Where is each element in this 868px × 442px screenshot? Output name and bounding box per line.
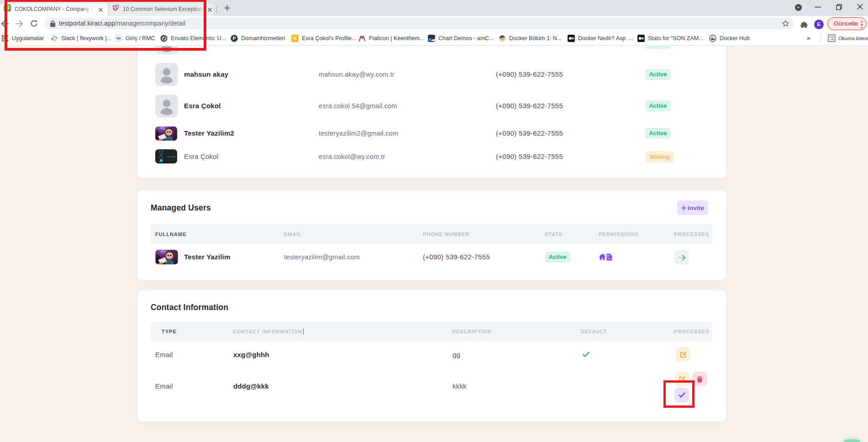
reading-list-button[interactable]: Okuma listesi: [828, 31, 868, 45]
bookmarks-divider: [821, 33, 821, 43]
default-check-icon: [583, 352, 589, 357]
bookmark-flaticon[interactable]: Flaticon | Keenthem...: [358, 31, 424, 45]
avatar-photo-kid: [155, 250, 178, 264]
bookmark-star-icon[interactable]: [782, 20, 789, 27]
permission-contract-icon[interactable]: [606, 253, 612, 261]
bookmark-esra-cokol-profile[interactable]: K Esra Çokol's Profile...: [291, 31, 356, 45]
annotation-rectangle-addressbar: [5, 0, 206, 51]
contacts-table-header: TYPE CONTACT INFORMATİON DESCRİPTİON DEF…: [151, 322, 712, 341]
edit-contact-button[interactable]: [676, 347, 690, 362]
user-phone: (+090) 539-622-7555: [496, 102, 563, 110]
column-header-processes[interactable]: PROCESSES: [674, 322, 709, 341]
contact-description: gg: [452, 351, 460, 358]
bookmark-domainhizmetleri[interactable]: P Domainhizmetleri: [231, 31, 285, 45]
avatar-placeholder: [155, 95, 178, 117]
user-phone: (+090) 539-622-7555: [496, 70, 563, 78]
docker-hub-icon: [709, 35, 716, 42]
column-header-default[interactable]: DEFAULT: [581, 322, 607, 341]
column-header-state[interactable]: STATE: [545, 224, 563, 244]
amcharts-icon: [428, 35, 435, 42]
bookmark-label: Docker Nedir? Asp ....: [578, 35, 634, 42]
managed-users-card: Managed Users Invite FULLNAME EMAİL PHON…: [137, 190, 726, 280]
user-name: Esra Çokol: [184, 102, 221, 110]
bookmark-docker-hub[interactable]: Docker Hub: [709, 31, 750, 45]
user-name: mahsun akay: [184, 70, 228, 78]
tab-separator: [216, 6, 217, 13]
k-square-icon: K: [291, 35, 299, 42]
bookmark-label: Stats for “SON ZAM...: [648, 35, 704, 42]
bookmarks-overflow-chevron[interactable]: »: [807, 31, 810, 45]
state-badge: Active: [645, 69, 671, 80]
svg-text:K: K: [293, 36, 297, 41]
medium-logo-icon: [637, 35, 645, 42]
p-circle-icon: P: [231, 35, 238, 42]
permission-home-icon[interactable]: [599, 253, 606, 260]
column-header-label: CONTACT INFORMATİON: [233, 329, 302, 334]
bookmark-label: Chart Demos - amC...: [438, 35, 494, 42]
user-phone: (+090) 539-622-7555: [423, 253, 490, 261]
company-users-card: Active mahsun akay mahsun.akay@wy.com.tr…: [137, 46, 726, 178]
bookmark-stats-sonzam[interactable]: Stats for “SON ZAM...: [637, 31, 704, 45]
extensions-puzzle-icon[interactable]: [800, 21, 808, 29]
column-header-contact-information[interactable]: CONTACT INFORMATİON: [233, 322, 304, 341]
bookmark-label: Flaticon | Keenthem...: [369, 35, 424, 42]
invite-label: Invite: [688, 205, 704, 211]
contact-value: xxg@ghhh: [233, 351, 269, 358]
managed-users-title: Managed Users: [151, 203, 211, 213]
managed-table-header: FULLNAME EMAİL PHONE NUMBER STATE PERMİS…: [151, 224, 712, 244]
user-phone: (+090) 539-622-7555: [496, 129, 563, 137]
user-email: mahsun.akay@wy.com.tr: [319, 71, 395, 78]
column-header-email[interactable]: EMAİL: [284, 224, 302, 244]
metronic-m-icon: [358, 35, 366, 42]
contact-type: Email: [155, 351, 173, 358]
state-badge: Active: [645, 128, 671, 139]
bookmark-label: Docker Hub: [720, 35, 750, 42]
reading-list-label: Okuma listesi: [838, 36, 868, 41]
column-header-permissions[interactable]: PERMİSSİONS: [599, 224, 638, 244]
medium-logo-icon: [568, 35, 575, 42]
column-header-type[interactable]: TYPE: [162, 322, 177, 341]
update-chip[interactable]: Güncelle: [827, 17, 867, 30]
user-name: Tester Yazilim2: [184, 129, 234, 137]
window-close-button[interactable]: [857, 4, 863, 10]
state-badge: Waiting: [645, 151, 674, 163]
avatar-photo-kid: [155, 126, 177, 141]
column-header-phone[interactable]: PHONE NUMBER: [423, 224, 469, 244]
bookmark-docker-nedir[interactable]: Docker Nedir? Asp ....: [568, 31, 634, 45]
contact-description: kkkk: [452, 382, 467, 390]
annotation-rectangle-confirm-button: [663, 380, 694, 408]
user-email: testeryazilim@gmail.com: [284, 253, 360, 261]
contact-value: dddg@kkk: [233, 382, 269, 390]
svg-text:THE TİME İS NOW: THE TİME İS NOW: [167, 156, 177, 158]
text-caret: [303, 328, 304, 335]
svg-text:P: P: [232, 35, 236, 41]
bookmark-chart-demos[interactable]: Chart Demos - amC...: [428, 31, 494, 45]
new-tab-button[interactable]: [221, 4, 233, 12]
avatar-placeholder: [155, 63, 178, 86]
avatar-photo-hourglass: THE TİME İS NOW: [155, 149, 177, 163]
column-header-description[interactable]: DESCRİPTİON: [452, 322, 491, 341]
bookmark-label: Esra Çokol's Profile...: [302, 35, 356, 42]
scroll-top-fab[interactable]: [843, 439, 861, 442]
bookmark-docker-bolum[interactable]: Docker Bölüm 1: N...: [499, 31, 562, 45]
update-label[interactable]: Güncelle: [834, 18, 858, 29]
column-header-fullname[interactable]: FULLNAME: [155, 224, 187, 244]
user-phone: (+090) 539-622-7555: [496, 153, 563, 160]
reading-list-icon: [828, 34, 836, 42]
go-to-user-button[interactable]: [674, 250, 689, 265]
bookmark-label: Domainhizmetleri: [241, 35, 285, 42]
user-email: esra.cokol.54@gmail.com: [319, 102, 397, 110]
tab-close-icon[interactable]: [206, 6, 213, 13]
column-header-processes[interactable]: PROCESSES: [674, 224, 709, 244]
memoji-face-icon: [499, 35, 506, 42]
window-restore-button[interactable]: [836, 4, 842, 10]
user-name: Esra Çokol: [184, 153, 218, 160]
profile-avatar[interactable]: E: [814, 20, 824, 29]
page-content: Active mahsun akay mahsun.akay@wy.com.tr…: [0, 46, 868, 442]
user-email: testeryazilim2@gmail.com: [319, 130, 398, 137]
tab-search-icon[interactable]: [795, 4, 802, 11]
contact-type: Email: [155, 382, 173, 390]
window-minimize-button[interactable]: [815, 6, 821, 8]
invite-button[interactable]: Invite: [677, 200, 708, 215]
menu-kebab-icon[interactable]: [861, 21, 863, 29]
